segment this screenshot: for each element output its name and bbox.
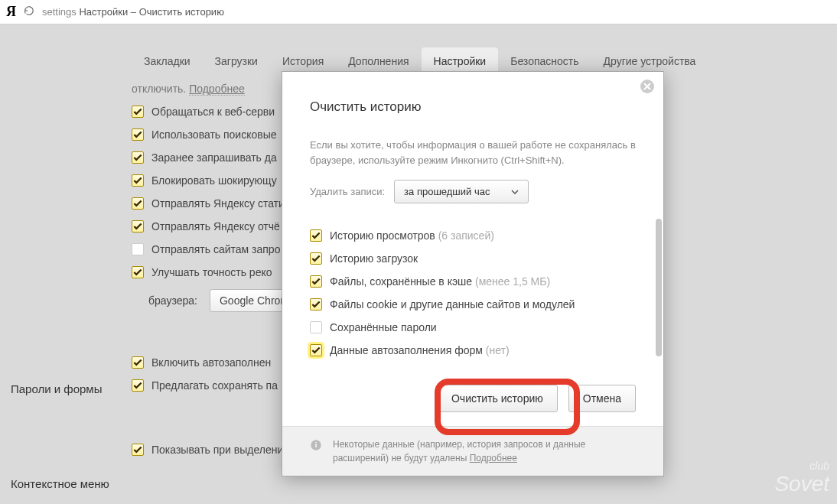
clear-history-dialog: Очистить историю Если вы хотите, чтобы и… bbox=[282, 71, 664, 476]
svg-text:i: i bbox=[315, 441, 318, 449]
address-text[interactable]: settings Настройки – Очистить историю bbox=[42, 6, 224, 18]
dialog-hint: Если вы хотите, чтобы информация о вашей… bbox=[310, 138, 636, 167]
chevron-down-icon bbox=[511, 190, 519, 194]
close-button[interactable] bbox=[640, 80, 654, 93]
yandex-logo: Я bbox=[6, 4, 16, 20]
section-passwords: Пароли и формы bbox=[11, 382, 102, 395]
dialog-title: Очистить историю bbox=[310, 99, 636, 115]
section-context-menu: Контекстное меню bbox=[11, 477, 109, 490]
dialog-footer: i Некоторые данные (например, история за… bbox=[282, 426, 663, 476]
delete-period-row: Удалить записи: за прошедший час bbox=[310, 180, 636, 203]
dialog-scrollbar[interactable] bbox=[656, 219, 662, 371]
info-icon: i bbox=[310, 439, 322, 451]
opt-autofill[interactable]: Данные автозаполнения форм (нет) bbox=[310, 344, 636, 356]
reload-icon[interactable] bbox=[24, 5, 34, 19]
opt-cookies[interactable]: Файлы cookie и другие данные сайтов и мо… bbox=[310, 298, 636, 311]
clear-history-button[interactable]: Очистить историю bbox=[437, 385, 558, 412]
tab-bookmarks[interactable]: Закладки bbox=[132, 47, 203, 75]
watermark: club Sovet bbox=[774, 460, 829, 496]
footer-more-link[interactable]: Подробнее bbox=[470, 453, 517, 463]
tab-downloads[interactable]: Загрузки bbox=[203, 47, 270, 75]
address-bar: Я settings Настройки – Очистить историю bbox=[0, 0, 837, 24]
dialog-buttons: Очистить историю Отмена bbox=[282, 371, 663, 412]
opt-download-history[interactable]: Историю загрузок bbox=[310, 252, 636, 265]
cancel-button[interactable]: Отмена bbox=[568, 385, 636, 412]
opt-browsing-history[interactable]: Историю просмотров (6 записей) bbox=[310, 229, 636, 242]
opt-passwords[interactable]: Сохранённые пароли bbox=[310, 321, 636, 333]
dialog-options: Историю просмотров (6 записей) Историю з… bbox=[282, 219, 663, 371]
period-dropdown[interactable]: за прошедший час bbox=[394, 180, 529, 203]
tabs-row: Закладки Загрузки История Дополнения Нас… bbox=[0, 24, 837, 75]
more-link[interactable]: Подробнее bbox=[189, 83, 245, 96]
opt-cache[interactable]: Файлы, сохранённые в кэше (менее 1,5 МБ) bbox=[310, 275, 636, 288]
